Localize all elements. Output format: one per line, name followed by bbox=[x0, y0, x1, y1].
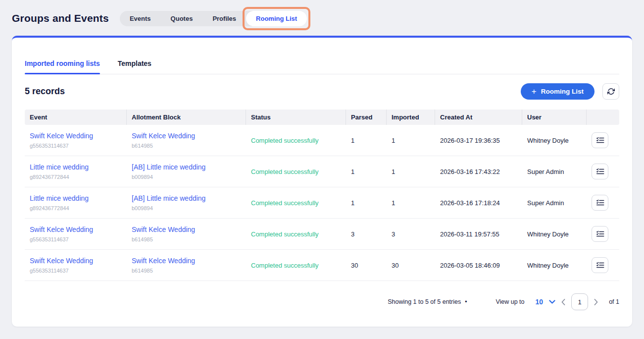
tab-imported-rooming-lists[interactable]: Imported rooming lists bbox=[25, 59, 100, 74]
created-at-value: 2026-03-11 19:57:55 bbox=[435, 219, 522, 250]
parsed-value: 3 bbox=[346, 219, 387, 250]
col-user: User bbox=[522, 110, 587, 125]
allotment-block-link[interactable]: [AB] Little mice wedding bbox=[132, 194, 205, 202]
created-at-value: 2026-03-16 17:43:22 bbox=[435, 156, 522, 187]
table-row: Little mice wedding g892436772844 [AB] L… bbox=[25, 156, 619, 187]
nav-tab-quotes[interactable]: Quotes bbox=[161, 11, 203, 26]
table-row: Swift Kelce Wedding g556353114637 Swift … bbox=[25, 125, 619, 156]
add-rooming-list-label: Rooming List bbox=[541, 88, 584, 95]
row-actions-button[interactable] bbox=[592, 195, 608, 211]
col-actions bbox=[587, 110, 619, 125]
add-rooming-list-button[interactable]: + Rooming List bbox=[521, 83, 594, 100]
parsed-value: 1 bbox=[346, 187, 387, 219]
page-size-dropdown[interactable]: 10 bbox=[536, 298, 556, 306]
checklist-icon bbox=[596, 261, 604, 269]
bullet-separator: • bbox=[465, 298, 467, 305]
user-value: Whitney Doyle bbox=[522, 125, 587, 156]
allotment-block-id: b614985 bbox=[132, 236, 241, 242]
nav-tab-events[interactable]: Events bbox=[120, 11, 161, 26]
next-page-button[interactable] bbox=[594, 299, 598, 305]
checklist-icon bbox=[596, 136, 604, 144]
allotment-block-id: b614985 bbox=[132, 143, 241, 149]
table-row: Swift Kelce Wedding g556353114637 Swift … bbox=[25, 219, 619, 250]
user-value: Whitney Doyle bbox=[522, 219, 587, 250]
row-actions-button[interactable] bbox=[592, 257, 608, 273]
rooming-lists-table: Event Allotment Block Status Parsed Impo… bbox=[25, 110, 619, 281]
event-id: g556353114637 bbox=[30, 268, 122, 274]
status-text: Completed successfully bbox=[251, 199, 319, 207]
checklist-icon bbox=[596, 230, 604, 238]
row-actions-button[interactable] bbox=[592, 226, 608, 242]
col-created-at: Created At bbox=[435, 110, 522, 125]
event-link[interactable]: Little mice wedding bbox=[30, 194, 89, 202]
view-up-to-label: View up to bbox=[495, 298, 524, 305]
user-value: Super Admin bbox=[522, 156, 587, 187]
event-link[interactable]: Swift Kelce Wedding bbox=[30, 226, 93, 233]
event-id: g892436772844 bbox=[30, 205, 122, 211]
card-tabs: Imported rooming lists Templates bbox=[25, 38, 619, 74]
chevron-left-icon bbox=[561, 299, 565, 305]
imported-value: 1 bbox=[387, 187, 435, 219]
row-actions-button[interactable] bbox=[592, 132, 608, 148]
nav-tabs: Events Quotes Profiles Rooming List bbox=[120, 11, 307, 26]
table-row: Swift Kelce Wedding g556353114637 Swift … bbox=[25, 250, 619, 281]
status-text: Completed successfully bbox=[251, 230, 319, 238]
page-size-value: 10 bbox=[536, 298, 544, 306]
table-header-row: Event Allotment Block Status Parsed Impo… bbox=[25, 110, 619, 125]
created-at-value: 2026-03-17 19:36:35 bbox=[435, 125, 522, 156]
chevron-right-icon bbox=[594, 299, 598, 305]
col-event: Event bbox=[25, 110, 127, 125]
col-imported: Imported bbox=[387, 110, 435, 125]
parsed-value: 30 bbox=[346, 250, 387, 281]
imported-value: 1 bbox=[387, 156, 435, 187]
allotment-block-link[interactable]: Swift Kelce Wedding bbox=[132, 132, 195, 140]
table-row: Little mice wedding g892436772844 [AB] L… bbox=[25, 187, 619, 219]
imported-value: 3 bbox=[387, 219, 435, 250]
row-actions-button[interactable] bbox=[592, 164, 608, 179]
imported-value: 30 bbox=[387, 250, 435, 281]
rooming-list-card: Imported rooming lists Templates 5 recor… bbox=[12, 36, 632, 327]
records-count: 5 records bbox=[25, 86, 65, 97]
event-link[interactable]: Little mice wedding bbox=[30, 163, 89, 171]
parsed-value: 1 bbox=[346, 125, 387, 156]
event-id: g556353114637 bbox=[30, 236, 122, 242]
parsed-value: 1 bbox=[346, 156, 387, 187]
event-link[interactable]: Swift Kelce Wedding bbox=[30, 132, 93, 140]
total-pages-label: of 1 bbox=[609, 298, 619, 305]
top-header: Groups and Events Events Quotes Profiles… bbox=[0, 0, 644, 29]
refresh-button[interactable] bbox=[602, 83, 619, 100]
col-allotment-block: Allotment Block bbox=[127, 110, 246, 125]
allotment-block-id: b009894 bbox=[132, 205, 241, 211]
nav-tab-profiles[interactable]: Profiles bbox=[202, 11, 246, 26]
status-text: Completed successfully bbox=[251, 137, 319, 144]
status-text: Completed successfully bbox=[251, 168, 319, 175]
checklist-icon bbox=[596, 199, 604, 207]
event-link[interactable]: Swift Kelce Wedding bbox=[30, 257, 93, 265]
plus-icon: + bbox=[532, 88, 537, 95]
page-number-input[interactable]: 1 bbox=[571, 293, 588, 310]
chevron-down-icon bbox=[549, 300, 555, 304]
pagination: Showing 1 to 5 of 5 entries • View up to… bbox=[25, 293, 619, 311]
allotment-block-link[interactable]: Swift Kelce Wedding bbox=[132, 257, 195, 265]
records-toolbar: 5 records + Rooming List bbox=[25, 83, 619, 100]
event-id: g892436772844 bbox=[30, 174, 122, 180]
created-at-value: 2026-03-16 17:18:24 bbox=[435, 187, 522, 219]
created-at-value: 2026-03-05 18:46:09 bbox=[435, 250, 522, 281]
imported-value: 1 bbox=[387, 125, 435, 156]
previous-page-button[interactable] bbox=[561, 299, 565, 305]
table-body: Swift Kelce Wedding g556353114637 Swift … bbox=[25, 125, 619, 281]
allotment-block-id: b009894 bbox=[132, 174, 241, 180]
page-title: Groups and Events bbox=[12, 12, 109, 24]
nav-tab-rooming-list[interactable]: Rooming List bbox=[246, 11, 307, 26]
user-value: Super Admin bbox=[522, 187, 587, 219]
status-text: Completed successfully bbox=[251, 262, 319, 269]
allotment-block-id: b614985 bbox=[132, 268, 241, 274]
showing-entries-text: Showing 1 to 5 of 5 entries bbox=[388, 298, 461, 305]
col-status: Status bbox=[246, 110, 346, 125]
event-id: g556353114637 bbox=[30, 143, 122, 149]
tab-templates[interactable]: Templates bbox=[118, 59, 151, 74]
col-parsed: Parsed bbox=[346, 110, 387, 125]
allotment-block-link[interactable]: [AB] Little mice wedding bbox=[132, 163, 205, 171]
checklist-icon bbox=[596, 168, 604, 175]
allotment-block-link[interactable]: Swift Kelce Wedding bbox=[132, 226, 195, 233]
